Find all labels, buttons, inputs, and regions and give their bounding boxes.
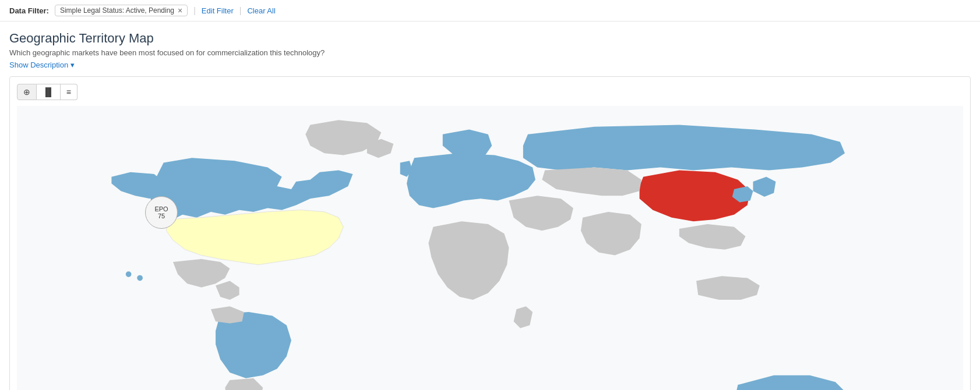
page-content: Geographic Territory Map Which geographi…: [0, 22, 980, 390]
bar-chart-icon: ▐▌: [43, 87, 54, 97]
divider-pipe-2: |: [239, 6, 242, 15]
list-icon: ≡: [66, 87, 71, 97]
page-title: Geographic Territory Map: [9, 31, 971, 46]
view-toggle: ⊕ ▐▌ ≡: [17, 84, 963, 100]
map-area: EPO 75: [17, 106, 963, 390]
hawaii-dot-2: [137, 275, 143, 281]
top-bar: Data Filter: Simple Legal Status: Active…: [0, 0, 980, 22]
chevron-down-icon: ▾: [70, 61, 75, 69]
epo-value: 75: [158, 212, 165, 219]
page-subtitle: Which geographic markets have been most …: [9, 48, 971, 57]
filter-tag: Simple Legal Status: Active, Pending ×: [55, 5, 188, 16]
globe-view-button[interactable]: ⊕: [17, 84, 37, 100]
filter-tag-text: Simple Legal Status: Active, Pending: [60, 6, 174, 15]
edit-filter-button[interactable]: Edit Filter: [202, 6, 234, 15]
list-view-button[interactable]: ≡: [61, 84, 77, 100]
globe-icon: ⊕: [23, 87, 30, 97]
epo-bubble: EPO 75: [145, 196, 178, 229]
hawaii-dot: [126, 271, 132, 277]
world-map-svg: [17, 106, 963, 390]
show-description-button[interactable]: Show Description ▾: [9, 61, 75, 69]
epo-label: EPO: [154, 205, 168, 212]
bar-view-button[interactable]: ▐▌: [37, 84, 61, 100]
data-filter-label: Data Filter:: [9, 6, 49, 15]
divider-pipe: |: [193, 6, 196, 15]
map-container: ⊕ ▐▌ ≡ EPO 75: [9, 76, 971, 390]
clear-all-button[interactable]: Clear All: [247, 6, 275, 15]
filter-tag-close-icon[interactable]: ×: [178, 6, 182, 15]
